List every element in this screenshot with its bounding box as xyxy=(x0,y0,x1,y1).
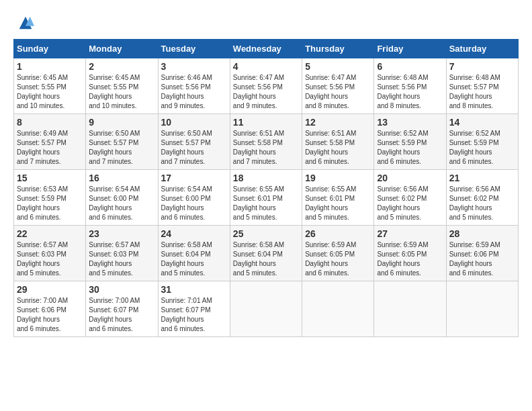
day-info: Sunrise: 6:57 AM Sunset: 6:03 PM Dayligh… xyxy=(17,240,83,278)
col-header-sunday: Sunday xyxy=(14,40,86,58)
calendar-cell: 26 Sunrise: 6:59 AM Sunset: 6:05 PM Dayl… xyxy=(302,226,374,281)
calendar-cell: 8 Sunrise: 6:49 AM Sunset: 5:57 PM Dayli… xyxy=(14,114,86,170)
day-number: 21 xyxy=(449,173,515,183)
day-info: Sunrise: 6:59 AM Sunset: 6:05 PM Dayligh… xyxy=(305,240,371,278)
calendar-cell: 2 Sunrise: 6:45 AM Sunset: 5:55 PM Dayli… xyxy=(86,58,158,114)
calendar-cell: 3 Sunrise: 6:46 AM Sunset: 5:56 PM Dayli… xyxy=(158,58,230,114)
day-number: 7 xyxy=(449,61,515,72)
day-number: 26 xyxy=(305,228,371,239)
day-info: Sunrise: 6:50 AM Sunset: 5:57 PM Dayligh… xyxy=(89,129,154,167)
col-header-saturday: Saturday xyxy=(446,40,518,58)
day-number: 25 xyxy=(233,228,299,239)
calendar-cell xyxy=(446,281,518,337)
calendar-cell: 24 Sunrise: 6:58 AM Sunset: 6:04 PM Dayl… xyxy=(158,226,230,281)
calendar-cell: 6 Sunrise: 6:48 AM Sunset: 5:56 PM Dayli… xyxy=(374,58,446,114)
day-number: 2 xyxy=(89,61,154,72)
day-info: Sunrise: 6:55 AM Sunset: 6:01 PM Dayligh… xyxy=(233,185,299,222)
calendar-cell: 12 Sunrise: 6:51 AM Sunset: 5:58 PM Dayl… xyxy=(302,114,374,170)
calendar-cell: 29 Sunrise: 7:00 AM Sunset: 6:06 PM Dayl… xyxy=(14,281,86,337)
col-header-monday: Monday xyxy=(86,40,158,58)
col-header-friday: Friday xyxy=(374,40,446,58)
calendar-cell: 18 Sunrise: 6:55 AM Sunset: 6:01 PM Dayl… xyxy=(230,170,302,226)
day-info: Sunrise: 7:00 AM Sunset: 6:07 PM Dayligh… xyxy=(89,296,154,334)
logo-icon xyxy=(16,13,35,32)
calendar-header-row: SundayMondayTuesdayWednesdayThursdayFrid… xyxy=(14,40,519,58)
day-info: Sunrise: 6:51 AM Sunset: 5:58 PM Dayligh… xyxy=(305,129,371,167)
day-number: 3 xyxy=(161,61,227,72)
calendar-cell: 27 Sunrise: 6:59 AM Sunset: 6:05 PM Dayl… xyxy=(374,226,446,281)
calendar-cell: 20 Sunrise: 6:56 AM Sunset: 6:02 PM Dayl… xyxy=(374,170,446,226)
day-number: 5 xyxy=(305,61,371,72)
calendar-cell: 17 Sunrise: 6:54 AM Sunset: 6:00 PM Dayl… xyxy=(158,170,230,226)
day-info: Sunrise: 6:57 AM Sunset: 6:03 PM Dayligh… xyxy=(89,240,154,278)
day-info: Sunrise: 6:49 AM Sunset: 5:57 PM Dayligh… xyxy=(17,129,83,167)
calendar-cell: 31 Sunrise: 7:01 AM Sunset: 6:07 PM Dayl… xyxy=(158,281,230,337)
day-info: Sunrise: 6:56 AM Sunset: 6:02 PM Dayligh… xyxy=(377,185,443,222)
day-info: Sunrise: 6:48 AM Sunset: 5:56 PM Dayligh… xyxy=(377,73,443,111)
day-info: Sunrise: 6:52 AM Sunset: 5:59 PM Dayligh… xyxy=(377,129,443,167)
calendar-cell: 5 Sunrise: 6:47 AM Sunset: 5:56 PM Dayli… xyxy=(302,58,374,114)
day-number: 30 xyxy=(89,284,154,295)
day-number: 14 xyxy=(449,117,515,128)
day-number: 20 xyxy=(377,173,443,183)
day-info: Sunrise: 6:59 AM Sunset: 6:05 PM Dayligh… xyxy=(377,240,443,278)
day-number: 16 xyxy=(89,173,154,183)
calendar-cell: 15 Sunrise: 6:53 AM Sunset: 5:59 PM Dayl… xyxy=(14,170,86,226)
day-number: 19 xyxy=(305,173,371,183)
calendar-cell: 10 Sunrise: 6:50 AM Sunset: 5:57 PM Dayl… xyxy=(158,114,230,170)
day-info: Sunrise: 6:45 AM Sunset: 5:55 PM Dayligh… xyxy=(89,73,154,111)
header xyxy=(13,13,519,32)
logo xyxy=(13,13,35,32)
day-number: 29 xyxy=(17,284,83,295)
day-info: Sunrise: 6:56 AM Sunset: 6:02 PM Dayligh… xyxy=(449,185,515,222)
week-row-2: 8 Sunrise: 6:49 AM Sunset: 5:57 PM Dayli… xyxy=(14,114,519,170)
day-number: 28 xyxy=(449,228,515,239)
day-info: Sunrise: 6:59 AM Sunset: 6:06 PM Dayligh… xyxy=(449,240,515,278)
calendar-cell: 28 Sunrise: 6:59 AM Sunset: 6:06 PM Dayl… xyxy=(446,226,518,281)
day-number: 8 xyxy=(17,117,83,128)
day-info: Sunrise: 6:54 AM Sunset: 6:00 PM Dayligh… xyxy=(89,185,154,222)
day-number: 1 xyxy=(17,61,83,72)
calendar-cell xyxy=(230,281,302,337)
day-info: Sunrise: 6:53 AM Sunset: 5:59 PM Dayligh… xyxy=(17,185,83,222)
week-row-4: 22 Sunrise: 6:57 AM Sunset: 6:03 PM Dayl… xyxy=(14,226,519,281)
day-info: Sunrise: 7:00 AM Sunset: 6:06 PM Dayligh… xyxy=(17,296,83,334)
day-info: Sunrise: 6:51 AM Sunset: 5:58 PM Dayligh… xyxy=(233,129,299,167)
day-number: 4 xyxy=(233,61,299,72)
calendar-cell: 25 Sunrise: 6:58 AM Sunset: 6:04 PM Dayl… xyxy=(230,226,302,281)
calendar-cell xyxy=(374,281,446,337)
day-number: 6 xyxy=(377,61,443,72)
day-info: Sunrise: 6:47 AM Sunset: 5:56 PM Dayligh… xyxy=(233,73,299,111)
calendar-cell: 19 Sunrise: 6:55 AM Sunset: 6:01 PM Dayl… xyxy=(302,170,374,226)
calendar-cell: 4 Sunrise: 6:47 AM Sunset: 5:56 PM Dayli… xyxy=(230,58,302,114)
week-row-5: 29 Sunrise: 7:00 AM Sunset: 6:06 PM Dayl… xyxy=(14,281,519,337)
calendar-cell: 23 Sunrise: 6:57 AM Sunset: 6:03 PM Dayl… xyxy=(86,226,158,281)
day-number: 23 xyxy=(89,228,154,239)
calendar-cell: 9 Sunrise: 6:50 AM Sunset: 5:57 PM Dayli… xyxy=(86,114,158,170)
week-row-1: 1 Sunrise: 6:45 AM Sunset: 5:55 PM Dayli… xyxy=(14,58,519,114)
day-info: Sunrise: 6:48 AM Sunset: 5:57 PM Dayligh… xyxy=(449,73,515,111)
day-number: 9 xyxy=(89,117,154,128)
calendar-cell: 7 Sunrise: 6:48 AM Sunset: 5:57 PM Dayli… xyxy=(446,58,518,114)
day-info: Sunrise: 6:58 AM Sunset: 6:04 PM Dayligh… xyxy=(233,240,299,278)
calendar-cell: 11 Sunrise: 6:51 AM Sunset: 5:58 PM Dayl… xyxy=(230,114,302,170)
day-number: 12 xyxy=(305,117,371,128)
day-info: Sunrise: 6:58 AM Sunset: 6:04 PM Dayligh… xyxy=(161,240,227,278)
day-info: Sunrise: 6:46 AM Sunset: 5:56 PM Dayligh… xyxy=(161,73,227,111)
col-header-thursday: Thursday xyxy=(302,40,374,58)
day-info: Sunrise: 6:47 AM Sunset: 5:56 PM Dayligh… xyxy=(305,73,371,111)
day-info: Sunrise: 6:55 AM Sunset: 6:01 PM Dayligh… xyxy=(305,185,371,222)
day-number: 11 xyxy=(233,117,299,128)
day-info: Sunrise: 6:45 AM Sunset: 5:55 PM Dayligh… xyxy=(17,73,83,111)
day-number: 27 xyxy=(377,228,443,239)
day-number: 31 xyxy=(161,284,227,295)
calendar-cell: 30 Sunrise: 7:00 AM Sunset: 6:07 PM Dayl… xyxy=(86,281,158,337)
day-number: 24 xyxy=(161,228,227,239)
calendar-cell: 1 Sunrise: 6:45 AM Sunset: 5:55 PM Dayli… xyxy=(14,58,86,114)
week-row-3: 15 Sunrise: 6:53 AM Sunset: 5:59 PM Dayl… xyxy=(14,170,519,226)
day-number: 13 xyxy=(377,117,443,128)
day-number: 22 xyxy=(17,228,83,239)
calendar-cell: 13 Sunrise: 6:52 AM Sunset: 5:59 PM Dayl… xyxy=(374,114,446,170)
day-info: Sunrise: 6:50 AM Sunset: 5:57 PM Dayligh… xyxy=(161,129,227,167)
day-info: Sunrise: 6:54 AM Sunset: 6:00 PM Dayligh… xyxy=(161,185,227,222)
